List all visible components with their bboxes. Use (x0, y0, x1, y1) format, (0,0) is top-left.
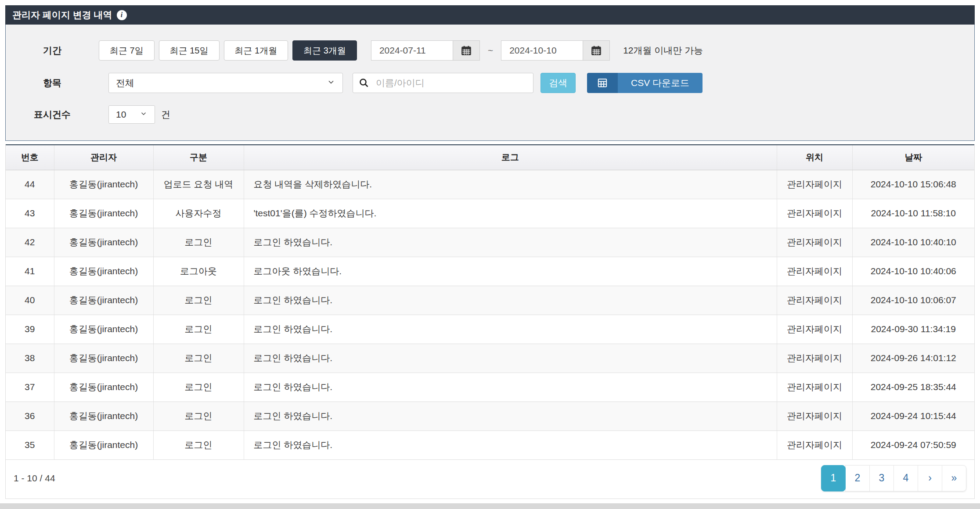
cell-admin: 홍길동(jirantech) (54, 286, 153, 315)
log-table: 번호 관리자 구분 로그 위치 날짜 44홍길동(jirantech)업로드 요… (6, 144, 974, 460)
cell-location: 관리자페이지 (777, 315, 852, 344)
page-button-3[interactable]: 3 (869, 465, 894, 491)
filter-row-category: 항목 전체 검색 (6, 73, 974, 93)
result-range-text: 1 - 10 / 44 (14, 473, 55, 484)
search-button[interactable]: 검색 (540, 73, 576, 93)
info-icon[interactable]: i (117, 10, 127, 20)
cell-date: 2024-10-10 10:06:07 (852, 286, 974, 315)
column-header-location: 위치 (777, 145, 852, 170)
cell-location: 관리자페이지 (777, 257, 852, 286)
table-row: 37홍길동(jirantech)로그인로그인 하였습니다.관리자페이지2024-… (6, 373, 974, 401)
cell-location: 관리자페이지 (777, 401, 852, 430)
cell-admin: 홍길동(jirantech) (54, 430, 153, 459)
cell-type: 사용자수정 (153, 199, 244, 228)
cell-date: 2024-09-25 18:35:44 (852, 373, 974, 401)
next-page-button[interactable]: › (918, 465, 942, 491)
table-row: 35홍길동(jirantech)로그인로그인 하였습니다.관리자페이지2024-… (6, 430, 974, 459)
cell-log: 로그인 하였습니다. (244, 315, 777, 344)
category-select[interactable]: 전체 (108, 73, 343, 93)
cell-date: 2024-09-30 11:34:19 (852, 315, 974, 344)
search-icon (359, 78, 369, 88)
table-row: 36홍길동(jirantech)로그인로그인 하였습니다.관리자페이지2024-… (6, 401, 974, 430)
cell-no: 41 (6, 257, 54, 286)
table-row: 39홍길동(jirantech)로그인로그인 하였습니다.관리자페이지2024-… (6, 315, 974, 344)
cell-admin: 홍길동(jirantech) (54, 199, 153, 228)
filter-panel: 기간 최근 7일최근 15일최근 1개월최근 3개월 (5, 25, 975, 141)
table-row: 41홍길동(jirantech)로그아웃로그아웃 하였습니다.관리자페이지202… (6, 257, 974, 286)
cell-log: 요청 내역을 삭제하였습니다. (244, 170, 777, 199)
last-page-button[interactable]: » (942, 465, 966, 491)
cell-location: 관리자페이지 (777, 228, 852, 257)
cell-log: 로그인 하였습니다. (244, 430, 777, 459)
csv-download-label: CSV 다운로드 (618, 73, 703, 93)
period-preset-button[interactable]: 최근 1개월 (224, 40, 288, 61)
cell-log: 'test01'을(를) 수정하였습니다. (244, 199, 777, 228)
cell-date: 2024-09-24 07:50:59 (852, 430, 974, 459)
column-header-admin: 관리자 (54, 145, 153, 170)
cell-no: 43 (6, 199, 54, 228)
period-preset-button[interactable]: 최근 7일 (99, 40, 155, 61)
cell-no: 42 (6, 228, 54, 257)
search-input[interactable] (353, 73, 533, 93)
cell-no: 44 (6, 170, 54, 199)
cell-log: 로그인 하였습니다. (244, 401, 777, 430)
cell-date: 2024-10-10 11:58:10 (852, 199, 974, 228)
chevron-down-icon (327, 78, 335, 89)
calendar-icon[interactable] (453, 40, 480, 61)
cell-no: 39 (6, 315, 54, 344)
cell-location: 관리자페이지 (777, 373, 852, 401)
date-from-input[interactable] (371, 40, 453, 61)
search-field-wrap (353, 73, 533, 93)
pagesize-unit: 건 (161, 108, 170, 121)
cell-log: 로그인 하였습니다. (244, 228, 777, 257)
cell-type: 로그아웃 (153, 257, 244, 286)
category-label: 항목 (6, 77, 99, 89)
cell-admin: 홍길동(jirantech) (54, 315, 153, 344)
table-row: 44홍길동(jirantech)업로드 요청 내역요청 내역을 삭제하였습니다.… (6, 170, 974, 199)
pagesize-select[interactable]: 10 (108, 105, 155, 124)
cell-admin: 홍길동(jirantech) (54, 170, 153, 199)
cell-type: 업로드 요청 내역 (153, 170, 244, 199)
page-title: 관리자 페이지 변경 내역 (12, 9, 112, 21)
period-preset-button[interactable]: 최근 3개월 (292, 40, 357, 61)
filter-row-pagesize: 표시건수 10 건 (6, 105, 974, 124)
page-button-4[interactable]: 4 (894, 465, 918, 491)
cell-date: 2024-10-10 10:40:10 (852, 228, 974, 257)
cell-date: 2024-10-10 10:40:06 (852, 257, 974, 286)
cell-log: 로그인 하였습니다. (244, 373, 777, 401)
cell-date: 2024-09-24 10:15:44 (852, 401, 974, 430)
category-selected-value: 전체 (116, 77, 134, 89)
column-header-type: 구분 (153, 145, 244, 170)
cell-admin: 홍길동(jirantech) (54, 401, 153, 430)
chevron-down-icon (140, 109, 148, 120)
cell-type: 로그인 (153, 344, 244, 373)
cell-admin: 홍길동(jirantech) (54, 257, 153, 286)
page-button-2[interactable]: 2 (845, 465, 870, 491)
panel-heading: 관리자 페이지 변경 내역 i (5, 5, 975, 25)
pagesize-selected-value: 10 (116, 109, 126, 120)
period-label: 기간 (6, 44, 99, 57)
cell-type: 로그인 (153, 286, 244, 315)
cell-type: 로그인 (153, 228, 244, 257)
cell-location: 관리자페이지 (777, 344, 852, 373)
date-from-group (371, 40, 480, 61)
cell-log: 로그인 하였습니다. (244, 344, 777, 373)
table-row: 38홍길동(jirantech)로그인로그인 하였습니다.관리자페이지2024-… (6, 344, 974, 373)
cell-admin: 홍길동(jirantech) (54, 373, 153, 401)
cell-no: 40 (6, 286, 54, 315)
cell-type: 로그인 (153, 315, 244, 344)
cell-type: 로그인 (153, 430, 244, 459)
date-to-input[interactable] (501, 40, 583, 61)
period-preset-button[interactable]: 최근 15일 (159, 40, 220, 61)
page-button-1[interactable]: 1 (821, 465, 846, 491)
date-to-group (501, 40, 610, 61)
calendar-icon[interactable] (583, 40, 610, 61)
cell-date: 2024-09-26 14:01:12 (852, 344, 974, 373)
cell-admin: 홍길동(jirantech) (54, 228, 153, 257)
filter-row-period: 기간 최근 7일최근 15일최근 1개월최근 3개월 (6, 40, 974, 61)
cell-date: 2024-10-10 15:06:48 (852, 170, 974, 199)
cell-admin: 홍길동(jirantech) (54, 344, 153, 373)
column-header-log: 로그 (244, 145, 777, 170)
log-table-wrap: 번호 관리자 구분 로그 위치 날짜 44홍길동(jirantech)업로드 요… (5, 144, 975, 499)
csv-download-button[interactable]: CSV 다운로드 (587, 73, 703, 93)
